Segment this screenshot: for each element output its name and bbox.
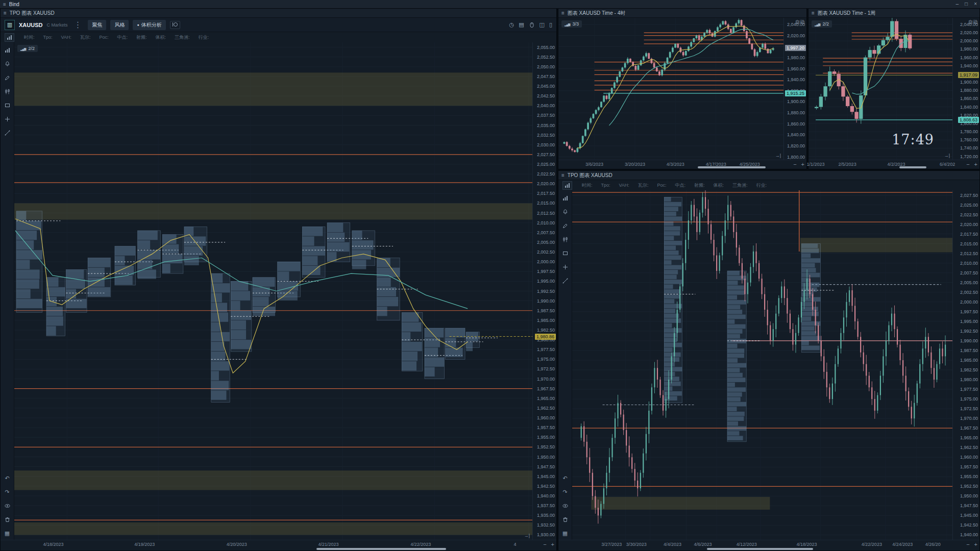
crosshair-icon[interactable] bbox=[560, 263, 570, 270]
redo-icon[interactable]: ↷ bbox=[560, 488, 570, 495]
trash-icon[interactable] bbox=[560, 516, 570, 523]
hamburger-icon[interactable]: ≡ bbox=[561, 10, 565, 16]
maximize-button[interactable]: □ bbox=[965, 0, 968, 8]
profile-chart-icon[interactable] bbox=[562, 181, 572, 190]
close-button[interactable]: × bbox=[974, 0, 977, 8]
field-label[interactable]: Poc: bbox=[657, 183, 666, 188]
candle-chart-1w[interactable]: ▂▄▆ 2/2 17:49 →| bbox=[808, 18, 952, 160]
zoom-in-button[interactable]: + bbox=[801, 161, 804, 167]
field-label[interactable]: 瓦尔: bbox=[80, 34, 91, 41]
goto-latest-icon[interactable]: →| bbox=[775, 153, 781, 158]
field-label[interactable]: 时间: bbox=[582, 182, 593, 189]
zoom-out-button[interactable]: − bbox=[966, 161, 969, 167]
rectangle-tool-icon[interactable] bbox=[3, 102, 12, 109]
symbol-name[interactable]: XAUUSD bbox=[19, 22, 42, 28]
field-label[interactable]: 时间: bbox=[24, 34, 35, 41]
zoom-out-button[interactable]: − bbox=[793, 161, 796, 167]
window-menu-icon[interactable]: ≡ bbox=[3, 2, 6, 7]
hamburger-icon[interactable]: ≡ bbox=[561, 172, 565, 178]
alert-bell-icon[interactable] bbox=[3, 60, 12, 67]
pager-badge[interactable]: ▂▄▆ 2/2 bbox=[812, 20, 832, 28]
zoom-in-button[interactable]: + bbox=[974, 161, 977, 167]
date-axis-secondary[interactable]: − + 3/27/20233/30/20234/4/20234/6/20234/… bbox=[558, 540, 979, 550]
table-icon[interactable]: ▤ bbox=[519, 21, 524, 28]
field-label[interactable]: Poc: bbox=[99, 35, 108, 40]
field-label[interactable]: 中点: bbox=[117, 34, 128, 41]
undo-icon[interactable]: ↶ bbox=[560, 474, 570, 482]
undo-icon[interactable]: ↶ bbox=[3, 474, 12, 482]
horizontal-scrollbar[interactable] bbox=[698, 166, 765, 168]
hamburger-icon[interactable]: ≡ bbox=[812, 10, 815, 16]
zoom-out-button[interactable]: − bbox=[543, 541, 546, 547]
candle-chart-4h[interactable]: ▂▄▆ 3/3 →| bbox=[558, 18, 783, 160]
date-axis-1w[interactable]: − + 1/1/20232/5/20234/2/20236/4/202 bbox=[808, 160, 979, 169]
date-axis-main[interactable]: − + 4/18/20234/19/20234/20/20234/21/2023… bbox=[1, 540, 556, 550]
horizontal-scrollbar[interactable] bbox=[707, 548, 814, 550]
goto-latest-icon[interactable]: →| bbox=[524, 533, 530, 538]
field-label[interactable]: 射频: bbox=[136, 34, 147, 41]
field-label[interactable]: 瓦尔: bbox=[638, 182, 649, 189]
visibility-eye-icon[interactable] bbox=[3, 502, 12, 509]
rectangle-tool-icon[interactable] bbox=[560, 249, 570, 257]
visibility-eye-icon[interactable] bbox=[560, 502, 570, 509]
field-label[interactable]: 三角洲: bbox=[732, 182, 748, 189]
price-axis-1w[interactable]: 自动 1,720.001,740.001,760.001,780.001,800… bbox=[952, 18, 979, 160]
redo-icon[interactable]: ↷ bbox=[3, 488, 12, 495]
profile-chart-icon[interactable] bbox=[5, 33, 14, 42]
field-label[interactable]: VAH: bbox=[61, 35, 71, 40]
clock-icon[interactable]: ◷ bbox=[509, 21, 514, 28]
chart-bars-icon[interactable] bbox=[3, 46, 12, 54]
date-axis-4h[interactable]: − + 3/6/20233/20/20234/3/20234/17/20234/… bbox=[558, 160, 806, 169]
tpo2-chart-canvas[interactable] bbox=[572, 190, 952, 540]
style-button[interactable]: 风格 bbox=[110, 20, 129, 30]
grid-icon[interactable]: ▦ bbox=[3, 530, 12, 537]
field-label[interactable]: 中点: bbox=[675, 182, 685, 189]
field-label[interactable]: VAH: bbox=[619, 183, 629, 188]
price-axis-4h[interactable]: 自动 1,800.001,820.001,840.001,860.001,880… bbox=[783, 18, 806, 160]
goto-latest-icon[interactable]: →| bbox=[944, 153, 950, 158]
pager-badge[interactable]: ▂▄▆ 3/3 bbox=[561, 20, 582, 28]
field-label[interactable]: Tpo: bbox=[601, 183, 610, 188]
zoom-out-button[interactable]: − bbox=[966, 541, 969, 547]
main-chart-canvas[interactable] bbox=[14, 42, 532, 540]
draw-pencil-icon[interactable] bbox=[3, 74, 12, 81]
more-options-icon[interactable]: ⋮ bbox=[74, 20, 82, 30]
indicator-toggle-icon[interactable] bbox=[170, 21, 180, 29]
auto-scale-label[interactable]: 自动 bbox=[795, 19, 804, 26]
trash-icon[interactable] bbox=[3, 516, 12, 523]
candles-icon[interactable] bbox=[560, 236, 570, 243]
candles-icon[interactable] bbox=[3, 88, 12, 95]
grid-icon[interactable]: ▦ bbox=[560, 530, 570, 537]
columns-icon[interactable]: ◫ bbox=[540, 21, 545, 28]
field-label[interactable]: 体积: bbox=[155, 34, 166, 41]
field-label[interactable]: 体积: bbox=[713, 182, 724, 189]
field-label[interactable]: 三角洲: bbox=[175, 34, 190, 41]
focus-button[interactable]: 聚焦 bbox=[88, 20, 106, 30]
volume-analysis-button[interactable]: ● 体积分析 bbox=[133, 20, 165, 30]
horizontal-scrollbar[interactable] bbox=[899, 166, 927, 168]
alert-bell-icon[interactable] bbox=[560, 208, 570, 215]
pager-badge[interactable]: ▂▄▆ 2/2 bbox=[17, 45, 38, 52]
field-label[interactable]: 射频: bbox=[694, 182, 705, 189]
auto-scale-label[interactable]: 自动 bbox=[968, 19, 977, 26]
hamburger-icon[interactable]: ≡ bbox=[4, 10, 7, 16]
field-label[interactable]: 行业: bbox=[756, 182, 767, 189]
trendline-icon[interactable] bbox=[3, 129, 12, 136]
crosshair-icon[interactable] bbox=[3, 115, 12, 122]
zoom-in-button[interactable]: + bbox=[974, 541, 977, 547]
horizontal-scrollbar[interactable] bbox=[316, 548, 446, 550]
mouse-icon[interactable] bbox=[529, 22, 535, 28]
tpo-chart-main[interactable]: ▂▄▆ 2/2 →| bbox=[14, 42, 532, 540]
price-axis-secondary[interactable]: 1,940.001,942.501,945.001,947.501,950.00… bbox=[952, 190, 979, 540]
sidebar-icon[interactable]: ▯ bbox=[549, 21, 552, 28]
field-label[interactable]: 行业: bbox=[198, 34, 209, 41]
draw-pencil-icon[interactable] bbox=[560, 222, 570, 229]
field-label[interactable]: Tpo: bbox=[43, 35, 53, 40]
tpo-chart-secondary[interactable] bbox=[572, 190, 952, 540]
chart-bars-icon[interactable] bbox=[560, 194, 570, 202]
minimize-button[interactable]: – bbox=[956, 0, 959, 8]
price-axis-main[interactable]: 1,930.001,932.501,935.001,937.501,940.00… bbox=[532, 42, 556, 540]
trendline-icon[interactable] bbox=[560, 277, 570, 284]
zoom-in-button[interactable]: + bbox=[551, 541, 554, 547]
h4-chart-canvas[interactable] bbox=[558, 18, 783, 160]
